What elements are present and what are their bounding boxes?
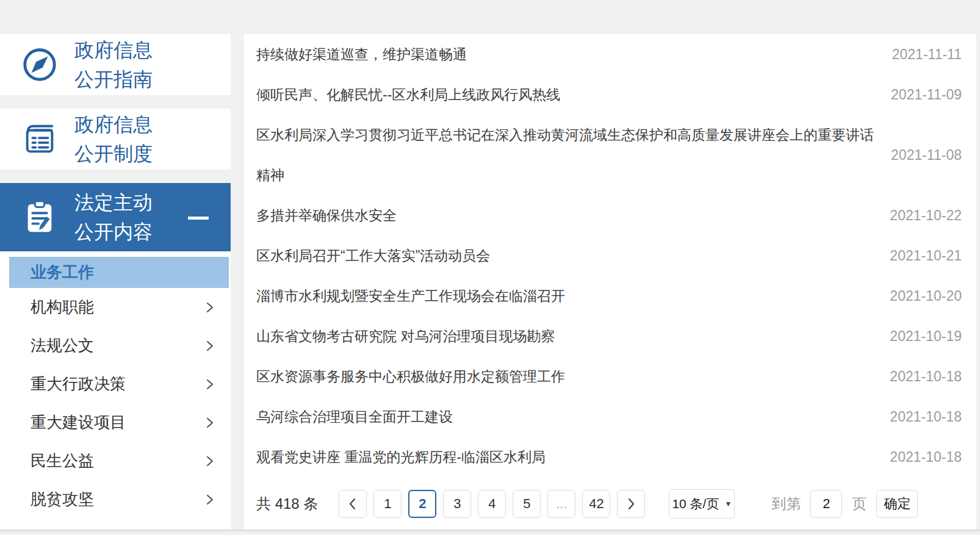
- news-row: 山东省文物考古研究院 对乌河治理项目现场勘察 2021-10-19: [256, 316, 962, 356]
- sidebar-section-label-line2: 公开内容: [74, 217, 153, 246]
- clipboard-pen-icon: [21, 198, 59, 236]
- chevron-right-icon: [206, 416, 215, 429]
- news-title-link[interactable]: 观看党史讲座 重温党的光辉历程-临淄区水利局: [256, 437, 877, 477]
- news-title-link[interactable]: 乌河综合治理项目全面开工建设: [256, 397, 877, 437]
- sidebar-item-label-line2: 公开制度: [74, 139, 153, 168]
- sidebar-submenu-item[interactable]: 法规公文: [0, 326, 231, 365]
- sidebar-submenu-item-label: 民生公益: [31, 450, 94, 472]
- notebook-icon: [21, 120, 59, 158]
- page-button-group: 1 2 3 4 5 ... 42: [373, 490, 617, 518]
- chevron-left-icon: [348, 497, 358, 511]
- goto-page-prefix-label: 到第: [771, 494, 801, 514]
- chevron-right-icon: [626, 497, 636, 511]
- page-size-value: 10 条/页: [672, 495, 719, 512]
- chevron-right-icon: [206, 301, 215, 314]
- news-row: 区水利局召开“工作大落实”活动动员会 2021-10-21: [256, 235, 962, 276]
- total-count: 共 418 条: [256, 494, 318, 514]
- news-date: 2021-11-09: [891, 74, 962, 115]
- news-row: 淄博市水利规划暨安全生产工作现场会在临淄召开 2021-10-20: [256, 276, 962, 316]
- news-date: 2021-10-19: [890, 316, 962, 356]
- sidebar-submenu-item-label: 法规公文: [31, 335, 94, 356]
- chevron-right-icon: [206, 493, 215, 506]
- sidebar-submenu-item-label: 重大建设项目: [31, 412, 126, 433]
- sidebar-submenu-list: 机构职能 法规公文 重大行政决策 重大建设项目 民生公益 脱贫攻坚: [0, 288, 231, 519]
- confirm-button[interactable]: 确定: [876, 490, 918, 518]
- sidebar-section-legal-active-disclosure[interactable]: 法定主动 公开内容: [0, 183, 231, 251]
- news-date: 2021-10-22: [890, 195, 962, 235]
- news-row: 倾听民声、化解民忧--区水利局上线政风行风热线 2021-11-09: [256, 74, 962, 115]
- news-row: 观看党史讲座 重温党的光辉历程-临淄区水利局 2021-10-18: [256, 437, 962, 477]
- news-date: 2021-10-18: [890, 356, 962, 397]
- page-size-select[interactable]: 10 条/页 ▼: [669, 489, 735, 519]
- goto-page-suffix-label: 页: [852, 494, 867, 514]
- news-title-link[interactable]: 区水资源事务服务中心积极做好用水定额管理工作: [256, 356, 877, 397]
- news-date: 2021-10-18: [890, 397, 962, 437]
- sidebar-submenu-item-label: 重大行政决策: [31, 373, 126, 395]
- compass-icon: [21, 46, 59, 84]
- news-title-link[interactable]: 淄博市水利规划暨安全生产工作现场会在临淄召开: [256, 276, 877, 316]
- news-row: 乌河综合治理项目全面开工建设 2021-10-18: [256, 397, 962, 437]
- bottom-divider: [0, 530, 980, 531]
- news-row: 区水资源事务服务中心积极做好用水定额管理工作 2021-10-18: [256, 356, 962, 397]
- page-button[interactable]: 4: [478, 490, 506, 518]
- sidebar-item-label-line1: 政府信息: [74, 110, 153, 139]
- news-title-link[interactable]: 区水利局召开“工作大落实”活动动员会: [256, 235, 877, 276]
- news-title-link[interactable]: 多措并举确保供水安全: [256, 195, 877, 235]
- page-button[interactable]: 3: [443, 490, 471, 518]
- sidebar-item-label: 业务工作: [31, 262, 94, 283]
- sidebar-submenu-item[interactable]: 民生公益: [0, 442, 231, 480]
- sidebar-submenu-item[interactable]: 脱贫攻坚: [0, 480, 231, 519]
- news-date: 2021-11-08: [891, 135, 962, 175]
- news-date: 2021-11-11: [892, 34, 962, 74]
- news-row: 多措并举确保供水安全 2021-10-22: [256, 195, 962, 235]
- page-ellipsis-button[interactable]: ...: [547, 490, 575, 518]
- caret-down-icon: ▼: [724, 500, 732, 508]
- sidebar-item-label-line1: 政府信息: [74, 35, 153, 65]
- pagination: 共 418 条 1 2 3 4 5 ... 42 10 条/页 ▼ 到第: [244, 478, 976, 530]
- news-row: 区水利局深入学习贯彻习近平总书记在深入推动黄河流域生态保护和高质量发展讲座会上的…: [256, 115, 962, 195]
- sidebar-submenu-item[interactable]: 机构职能: [0, 288, 231, 326]
- page-button-active[interactable]: 2: [408, 490, 436, 518]
- sidebar-item-gov-info-guide[interactable]: 政府信息 公开指南: [0, 34, 231, 95]
- sidebar-item-gov-info-system[interactable]: 政府信息 公开制度: [0, 109, 231, 170]
- news-title-link[interactable]: 山东省文物考古研究院 对乌河治理项目现场勘察: [256, 316, 877, 356]
- news-date: 2021-10-21: [890, 235, 962, 276]
- news-date: 2021-10-18: [890, 437, 962, 477]
- chevron-right-icon: [206, 339, 215, 353]
- sidebar-submenu-item[interactable]: 重大建设项目: [0, 403, 231, 442]
- news-title-link[interactable]: 区水利局深入学习贯彻习近平总书记在深入推动黄河流域生态保护和高质量发展讲座会上的…: [256, 115, 879, 195]
- news-date: 2021-10-20: [890, 276, 962, 316]
- sidebar-submenu-item-label: 机构职能: [31, 296, 94, 318]
- sidebar-submenu-item[interactable]: 重大行政决策: [0, 365, 231, 403]
- news-row: 持续做好渠道巡查，维护渠道畅通 2021-11-11: [256, 34, 962, 74]
- news-title-link[interactable]: 倾听民声、化解民忧--区水利局上线政风行风热线: [256, 74, 879, 115]
- page-button[interactable]: 5: [513, 490, 541, 518]
- news-list: 持续做好渠道巡查，维护渠道畅通 2021-11-11 倾听民声、化解民忧--区水…: [244, 34, 976, 477]
- minus-icon[interactable]: [188, 217, 209, 220]
- sidebar-submenu-item-label: 脱贫攻坚: [31, 489, 94, 510]
- news-panel: 持续做好渠道巡查，维护渠道畅通 2021-11-11 倾听民声、化解民忧--区水…: [244, 34, 976, 530]
- page-button[interactable]: 42: [582, 490, 610, 518]
- chevron-right-icon: [206, 454, 215, 468]
- sidebar-item-business-work[interactable]: 业务工作: [9, 257, 229, 288]
- page: 政府信息 公开指南 政府信息 公开制度: [0, 0, 980, 535]
- goto-page-input[interactable]: [810, 490, 842, 518]
- next-page-button[interactable]: [617, 490, 645, 518]
- chevron-right-icon: [206, 378, 215, 391]
- page-button[interactable]: 1: [373, 490, 402, 518]
- prev-page-button[interactable]: [339, 490, 367, 518]
- sidebar-item-label-line2: 公开指南: [74, 65, 153, 94]
- sidebar-section-label-line1: 法定主动: [74, 188, 153, 217]
- sidebar-submenu: 业务工作 机构职能 法规公文 重大行政决策 重大建设项目 民生公益 脱贫攻坚: [0, 251, 231, 530]
- news-title-link[interactable]: 持续做好渠道巡查，维护渠道畅通: [256, 34, 880, 74]
